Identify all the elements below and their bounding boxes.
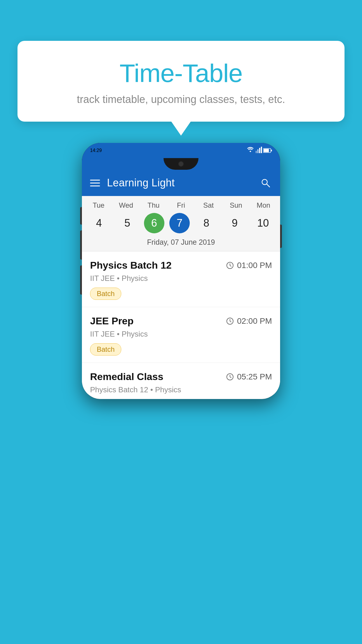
day-4[interactable]: 4 bbox=[87, 213, 111, 233]
item-2-tag: Batch bbox=[90, 343, 121, 356]
item-3-time: 05:25 PM bbox=[226, 372, 272, 382]
item-3-meta: Physics Batch 12 • Physics bbox=[90, 385, 272, 394]
svg-rect-1 bbox=[257, 149, 259, 153]
svg-rect-6 bbox=[271, 150, 272, 151]
hamburger-menu[interactable] bbox=[90, 180, 100, 186]
svg-rect-5 bbox=[264, 149, 269, 152]
day-header-wed: Wed bbox=[114, 201, 138, 209]
phone-frame: 14:29 bbox=[82, 143, 280, 399]
app-title: Learning Light bbox=[107, 177, 252, 189]
item-2-header: JEE Prep 02:00 PM bbox=[90, 315, 272, 327]
item-1-header: Physics Batch 12 01:00 PM bbox=[90, 260, 272, 271]
day-numbers: 4 5 6 7 8 9 10 bbox=[85, 212, 277, 238]
schedule-item-1[interactable]: Physics Batch 12 01:00 PM IIT JEE • Ph bbox=[82, 251, 280, 307]
item-3-time-text: 05:25 PM bbox=[237, 372, 272, 382]
search-button[interactable] bbox=[259, 176, 272, 189]
speech-bubble: Time-Table track timetable, upcoming cla… bbox=[17, 41, 345, 122]
notch-area bbox=[82, 158, 280, 170]
item-1-meta: IIT JEE • Physics bbox=[90, 274, 272, 283]
front-camera bbox=[178, 161, 184, 167]
svg-rect-0 bbox=[256, 151, 257, 153]
signal-icon bbox=[256, 147, 262, 153]
day-6-today[interactable]: 6 bbox=[144, 213, 164, 233]
day-8[interactable]: 8 bbox=[195, 213, 218, 233]
wifi-icon bbox=[247, 147, 254, 153]
item-2-time-text: 02:00 PM bbox=[237, 316, 272, 326]
svg-line-14 bbox=[230, 321, 231, 322]
status-icons bbox=[247, 147, 272, 154]
hamburger-line-1 bbox=[90, 180, 100, 181]
item-2-meta: IIT JEE • Physics bbox=[90, 330, 272, 339]
hamburger-line-2 bbox=[90, 183, 100, 183]
search-icon bbox=[260, 178, 271, 188]
day-header-sun: Sun bbox=[224, 201, 248, 209]
day-headers: Tue Wed Thu Fri Sat Sun Mon bbox=[85, 196, 277, 212]
svg-line-17 bbox=[230, 377, 231, 378]
day-header-fri: Fri bbox=[169, 201, 193, 209]
day-9[interactable]: 9 bbox=[223, 213, 246, 233]
item-1-tag: Batch bbox=[90, 288, 121, 300]
app-bar: Learning Light bbox=[82, 170, 280, 196]
phone-mockup: 14:29 bbox=[82, 143, 280, 399]
selected-date-label: Friday, 07 June 2019 bbox=[85, 238, 277, 251]
clock-icon-1 bbox=[226, 261, 234, 270]
day-10[interactable]: 10 bbox=[251, 213, 275, 233]
clock-icon-3 bbox=[226, 373, 234, 381]
item-2-name: JEE Prep bbox=[90, 315, 133, 327]
svg-line-8 bbox=[267, 184, 270, 187]
clock-icon-2 bbox=[226, 317, 234, 325]
status-bar: 14:29 bbox=[82, 143, 280, 158]
day-header-thu: Thu bbox=[142, 201, 165, 209]
item-1-name: Physics Batch 12 bbox=[90, 260, 172, 271]
svg-rect-2 bbox=[259, 148, 260, 153]
svg-rect-3 bbox=[261, 147, 262, 153]
item-3-name: Remedial Class bbox=[90, 371, 163, 382]
day-header-mon: Mon bbox=[252, 201, 275, 209]
page-title: Time-Table bbox=[29, 58, 333, 88]
day-5[interactable]: 5 bbox=[116, 213, 139, 233]
svg-line-11 bbox=[230, 265, 231, 266]
power-button bbox=[280, 225, 282, 248]
status-time: 14:29 bbox=[90, 148, 102, 153]
battery-icon bbox=[263, 148, 272, 153]
item-1-time: 01:00 PM bbox=[226, 261, 272, 270]
item-1-time-text: 01:00 PM bbox=[237, 261, 272, 270]
schedule-item-2[interactable]: JEE Prep 02:00 PM IIT JEE • Physics bbox=[82, 307, 280, 363]
top-section: 14:29 bbox=[82, 143, 280, 170]
calendar-strip: Tue Wed Thu Fri Sat Sun Mon 4 5 6 7 8 bbox=[82, 196, 280, 251]
day-7-selected[interactable]: 7 bbox=[169, 213, 190, 233]
page-subtitle: track timetable, upcoming classes, tests… bbox=[29, 93, 333, 106]
schedule-list: Physics Batch 12 01:00 PM IIT JEE • Ph bbox=[82, 251, 280, 399]
day-header-sat: Sat bbox=[197, 201, 220, 209]
schedule-item-3[interactable]: Remedial Class 05:25 PM Physics Batch bbox=[82, 363, 280, 394]
item-2-time: 02:00 PM bbox=[226, 316, 272, 326]
hamburger-line-3 bbox=[90, 186, 100, 186]
speech-bubble-wrapper: Time-Table track timetable, upcoming cla… bbox=[17, 41, 345, 122]
day-header-tue: Tue bbox=[87, 201, 110, 209]
notch bbox=[164, 158, 198, 170]
item-3-header: Remedial Class 05:25 PM bbox=[90, 371, 272, 382]
